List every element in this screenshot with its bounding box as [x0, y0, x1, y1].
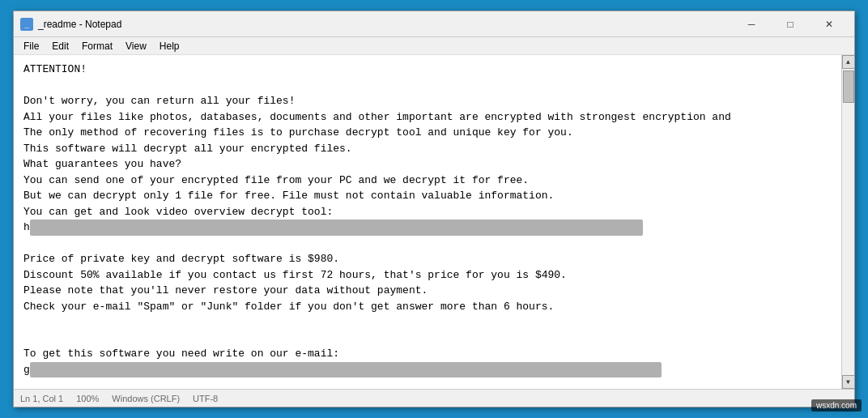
- text-line-7: What guarantees you have?: [23, 158, 181, 170]
- status-text: Ln 1, Col 1: [20, 394, 63, 403]
- text-line-15: Please note that you'll never restore yo…: [23, 284, 428, 296]
- close-button[interactable]: ✕: [811, 13, 848, 36]
- watermark: wsxdn.com: [811, 399, 862, 412]
- content-area: ATTENTION! Don't worry, you can return a…: [14, 55, 854, 389]
- text-line-19: To get this software you need write on o…: [23, 348, 339, 360]
- scroll-track[interactable]: [842, 69, 854, 375]
- window-controls: ─ □ ✕: [733, 13, 848, 36]
- status-bar: Ln 1, Col 1 100% Windows (CRLF) UTF-8: [14, 389, 854, 407]
- text-line-5: The only method of recovering files is t…: [23, 126, 573, 139]
- encoding-text: 100%: [76, 394, 99, 403]
- menu-help[interactable]: Help: [153, 39, 186, 53]
- menu-format[interactable]: Format: [75, 39, 119, 53]
- menu-bar: File Edit Format View Help: [14, 37, 854, 55]
- text-line-13: Price of private key and decrypt softwar…: [23, 253, 339, 265]
- window-title: _readme - Notepad: [38, 19, 733, 30]
- text-line-8: You can send one of your encrypted file …: [23, 174, 529, 186]
- text-line-16: Check your e-mail "Spam" or "Junk" folde…: [23, 301, 554, 313]
- app-icon: _: [20, 18, 33, 31]
- scroll-up-arrow[interactable]: ▲: [842, 55, 855, 69]
- menu-edit[interactable]: Edit: [45, 39, 75, 53]
- minimize-button[interactable]: ─: [733, 13, 770, 36]
- text-line-3: Don't worry, you can return all your fil…: [23, 95, 295, 107]
- text-line-9: But we can decrypt only 1 file for free.…: [23, 190, 554, 202]
- text-line-6: This software will decrypt all your encr…: [23, 143, 352, 155]
- title-bar: _ _readme - Notepad ─ □ ✕: [14, 11, 854, 37]
- line-ending-text: Windows (CRLF): [112, 394, 180, 403]
- scroll-thumb[interactable]: [843, 70, 854, 103]
- charset-text: UTF-8: [193, 394, 218, 403]
- text-line-14: Discount 50% available if you contact us…: [23, 269, 567, 281]
- menu-view[interactable]: View: [119, 39, 153, 53]
- text-editor[interactable]: ATTENTION! Don't worry, you can return a…: [14, 55, 841, 389]
- maximize-button[interactable]: □: [772, 13, 809, 36]
- text-line-10: You can get and look video overview decr…: [23, 206, 333, 218]
- redacted-url-1: [30, 220, 643, 236]
- menu-file[interactable]: File: [17, 39, 45, 53]
- scroll-down-arrow[interactable]: ▼: [842, 375, 855, 389]
- vertical-scrollbar[interactable]: ▲ ▼: [841, 55, 854, 389]
- redacted-email-1: [30, 362, 662, 378]
- text-line-1: ATTENTION!: [23, 63, 87, 75]
- text-line-4: All your files like photos, databases, d…: [23, 111, 731, 123]
- text-line-11-prefix: h: [23, 221, 30, 233]
- notepad-window: _ _readme - Notepad ─ □ ✕ File Edit Form…: [13, 11, 855, 407]
- text-line-20-prefix: g: [23, 364, 30, 376]
